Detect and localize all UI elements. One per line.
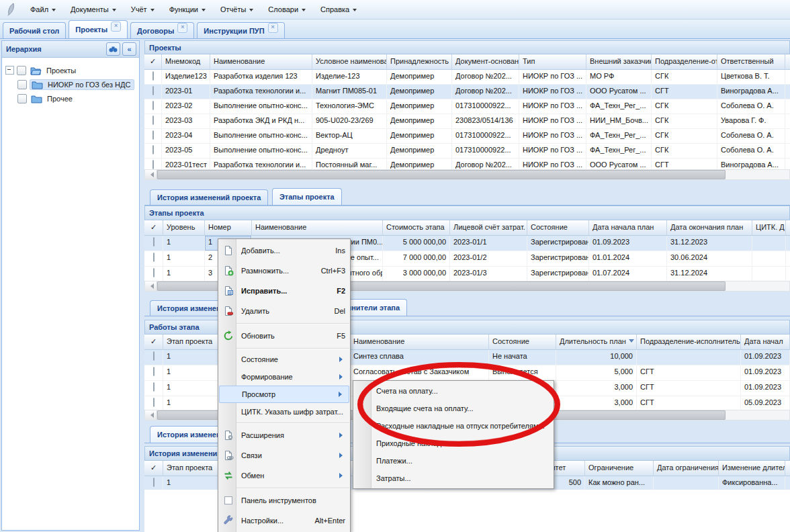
table-row[interactable]: 2023-01Разработка технологии и...Магнит … [144, 85, 790, 99]
row-checkbox[interactable] [153, 478, 155, 487]
row-checkbox[interactable] [152, 116, 154, 125]
menu-item-13[interactable]: Связи [218, 445, 350, 466]
menu-item-1[interactable]: Размножить...Ctrl+F3 [218, 261, 350, 281]
row-checkbox[interactable] [153, 237, 155, 247]
table-row[interactable]: 2023-02Выполнение опытно-конс...Технолог… [144, 99, 790, 114]
menu-item-4[interactable]: Платежи... [353, 452, 554, 470]
menu-item-17[interactable]: Настройки...Alt+Enter [218, 511, 350, 531]
row-checkbox[interactable] [152, 130, 154, 140]
select-all-header[interactable]: ✓ [144, 461, 163, 476]
column-header[interactable]: Мнемокод [162, 54, 210, 69]
menu-item-2[interactable]: Расходные накладные на отпуск потребител… [353, 417, 554, 435]
doc-tab-0[interactable]: Рабочий стол [3, 22, 66, 38]
column-header[interactable]: Дата окончания план [667, 220, 752, 235]
row-checkbox[interactable] [153, 253, 155, 262]
close-tab-icon[interactable]: × [177, 23, 187, 33]
doc-tab-1[interactable]: Проекты× [69, 20, 128, 38]
menu-item-9[interactable]: Просмотр [219, 386, 349, 403]
collapse-panel-button[interactable]: « [122, 42, 136, 56]
select-all-header[interactable]: ✓ [144, 54, 162, 69]
select-all-header[interactable]: ✓ [144, 335, 163, 349]
menu-dictionaries[interactable]: Словари [261, 3, 313, 15]
table-row[interactable]: 2023-03Разработка ЭКД и РКД н...905-U020… [144, 114, 790, 129]
close-tab-icon[interactable]: × [268, 23, 278, 33]
row-checkbox[interactable] [152, 86, 154, 95]
column-header[interactable]: Ответственный [717, 54, 785, 69]
row-checkbox[interactable] [153, 351, 155, 361]
row-checkbox[interactable] [153, 398, 155, 407]
tree-checkbox[interactable] [17, 66, 26, 75]
menu-item-0[interactable]: Счета на оплату... [353, 382, 554, 400]
column-header[interactable]: Ограничение [585, 461, 654, 476]
column-header[interactable]: Этап проекта [163, 461, 224, 476]
column-header[interactable]: Внешний заказчик [586, 54, 652, 69]
menu-help[interactable]: Справка [313, 3, 364, 15]
menu-item-12[interactable]: Расширения [218, 425, 350, 445]
column-header[interactable]: Номер [205, 220, 252, 235]
column-header[interactable]: ЦИТК. Д [752, 220, 786, 235]
menu-item-3[interactable]: УдалитьDel [218, 301, 350, 321]
menu-item-3[interactable]: Приходные накладные... [353, 435, 554, 452]
column-header[interactable]: Дата начала план [589, 220, 667, 235]
row-checkbox[interactable] [152, 145, 154, 154]
column-header[interactable]: Принадлежность [387, 54, 452, 69]
table-row[interactable]: 2023-05Выполнение опытно-конс...Дредноут… [144, 144, 790, 159]
menu-item-2[interactable]: Исправить...F2 [218, 281, 350, 301]
collapse-node-icon[interactable] [5, 66, 14, 75]
tree-node-projects[interactable]: Проекты [4, 63, 137, 77]
column-header[interactable]: Документ-основан [452, 54, 519, 69]
column-header[interactable]: Состояние [527, 220, 589, 235]
row-checkbox[interactable] [153, 268, 155, 277]
column-header[interactable]: Наименование [252, 220, 383, 235]
menu-reports[interactable]: Отчёты [213, 3, 261, 15]
menu-accounting[interactable]: Учёт [124, 3, 162, 15]
menu-item-16[interactable]: Панель инструментов [218, 490, 350, 511]
row-checkbox[interactable] [153, 382, 155, 392]
doc-tab-2[interactable]: Договоры× [130, 22, 194, 38]
menu-item-14[interactable]: Обмен [218, 466, 350, 486]
tabs-stages-tab-0[interactable]: История изменений проекта [150, 189, 268, 205]
column-header[interactable]: Уровень [163, 220, 205, 235]
row-checkbox[interactable] [153, 367, 155, 376]
column-header[interactable]: Длительность план [556, 335, 637, 349]
column-header[interactable]: Дата начал [741, 335, 790, 349]
column-header[interactable]: Подразделение-исполнитель.. [637, 335, 741, 349]
menu-item-7[interactable]: Состояние [218, 351, 350, 368]
menu-item-5[interactable]: Затраты... [353, 470, 554, 487]
column-header[interactable]: Изменение длител [719, 461, 785, 476]
menu-item-1[interactable]: Входящие счета на оплату... [353, 400, 554, 417]
row-checkbox[interactable] [152, 160, 154, 169]
projects-hscrollbar[interactable] [144, 169, 790, 180]
tree-node-niokr[interactable]: НИОКР по ГОЗ без НДС [4, 77, 137, 91]
search-button[interactable] [106, 42, 120, 56]
column-header[interactable]: Состояние [489, 335, 556, 349]
column-header[interactable]: Наименование [350, 335, 489, 349]
menu-file[interactable]: Файл [23, 3, 63, 15]
scrollbar-thumb[interactable] [157, 170, 726, 179]
doc-tab-3[interactable]: Инструкции ПУП× [197, 22, 284, 38]
column-header[interactable]: Лицевой счёт затрат. [450, 220, 527, 235]
tree-checkbox[interactable] [17, 80, 27, 89]
column-header[interactable]: Этап проекта [163, 335, 224, 349]
close-tab-icon[interactable]: × [111, 21, 121, 32]
scroll-left-button[interactable] [145, 410, 157, 420]
column-header[interactable]: Наименование [210, 54, 312, 69]
column-header[interactable]: Подразделение-от [652, 54, 717, 69]
column-header[interactable]: Стоимость этапа [383, 220, 450, 235]
menu-functions[interactable]: Функции [162, 3, 213, 15]
tree-node-other[interactable]: Прочее [4, 91, 137, 105]
scroll-left-button[interactable] [145, 170, 157, 179]
column-header[interactable]: Тип [519, 54, 586, 69]
select-all-header[interactable]: ✓ [144, 220, 163, 235]
menu-item-0[interactable]: Добавить...Ins [218, 240, 350, 261]
menu-item-5[interactable]: ОбновитьF5 [218, 326, 350, 346]
menu-documents[interactable]: Документы [63, 3, 124, 15]
row-checkbox[interactable] [152, 71, 154, 81]
menu-item-10[interactable]: ЦИТК. Указать шифр затрат... [218, 403, 350, 420]
table-row[interactable]: 2023-04Выполнение опытно-конс...Вектор-А… [144, 129, 790, 144]
tree-checkbox[interactable] [17, 94, 27, 103]
column-header[interactable]: Условное наименова [312, 54, 387, 69]
row-checkbox[interactable] [152, 101, 154, 110]
column-header[interactable]: Дата ограничения [654, 461, 719, 476]
menu-item-8[interactable]: Формирование [218, 368, 350, 386]
